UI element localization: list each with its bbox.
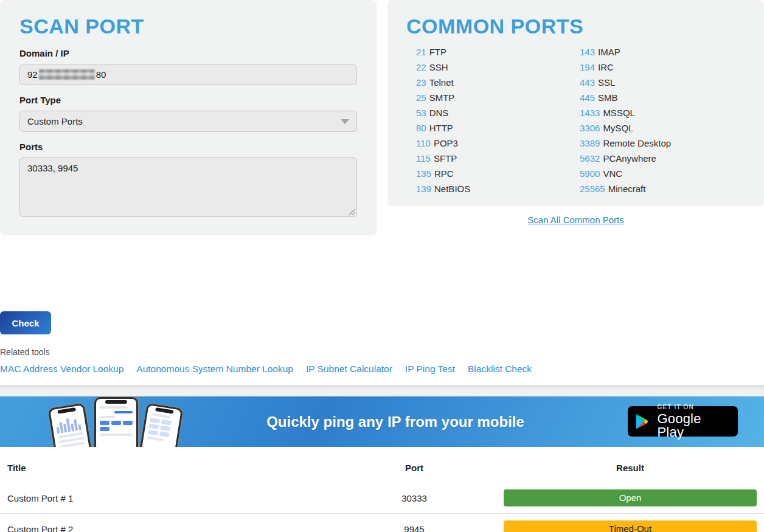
port-number: 80	[416, 123, 426, 133]
port-number: 3389	[580, 138, 600, 148]
port-type-selected-value: Custom Ports	[27, 116, 83, 126]
related-tool-link-autonomous-system-number-lookup[interactable]: Autonomous System Number Lookup	[136, 364, 293, 375]
port-service-name: FTP	[429, 47, 446, 57]
google-play-label: Google Play	[657, 412, 730, 439]
port-number: 110	[416, 138, 431, 148]
common-port-item: 5900VNC	[580, 166, 743, 181]
status-badge: Timed-Out	[504, 520, 757, 532]
port-service-name: Minecraft	[608, 184, 646, 194]
ports-label: Ports	[19, 142, 357, 152]
port-number: 443	[580, 77, 595, 88]
result-port: 30333	[389, 483, 439, 514]
common-port-item: 53DNS	[416, 105, 580, 120]
port-number: 25565	[580, 184, 605, 194]
port-service-name: DNS	[429, 108, 449, 118]
related-tool-link-ip-subnet-calculator[interactable]: IP Subnet Calculator	[306, 364, 392, 375]
common-ports-column-2: 143IMAP194IRC443SSL445SMB1433MSSQL3306My…	[580, 44, 743, 196]
port-number: 5632	[580, 153, 600, 164]
port-number: 139	[416, 184, 431, 194]
common-port-item: 139NetBIOS	[416, 181, 580, 196]
port-service-name: PCAnywhere	[603, 153, 656, 164]
port-number: 194	[580, 62, 595, 72]
result-cell: Timed-Out	[439, 514, 764, 532]
domain-ip-value-suffix: 80	[96, 69, 106, 80]
port-service-name: SMB	[598, 92, 618, 103]
result-title: Custom Port # 1	[0, 483, 389, 514]
banner-headline: Quickly ping any IP from your mobile	[266, 413, 524, 430]
common-port-item: 25565Minecraft	[580, 181, 743, 196]
result-row: Custom Port # 130333Open	[0, 483, 764, 514]
common-port-item: 22SSH	[416, 60, 580, 75]
get-it-on-label: GET IT ON	[657, 404, 730, 410]
common-ports-grid: 21FTP22SSH23Telnet25SMTP53DNS80HTTP110PO…	[406, 44, 745, 196]
related-tool-link-ip-ping-test[interactable]: IP Ping Test	[405, 364, 455, 375]
common-port-item: 5632PCAnywhere	[580, 151, 743, 166]
port-service-name: VNC	[603, 168, 622, 179]
common-port-item: 23Telnet	[416, 75, 580, 90]
phone-left-image	[48, 403, 92, 447]
results-header-row: Title Port Result	[0, 447, 764, 483]
common-ports-column-1: 21FTP22SSH23Telnet25SMTP53DNS80HTTP110PO…	[416, 44, 580, 196]
common-port-item: 21FTP	[416, 44, 580, 60]
domain-ip-value-prefix: 92	[27, 69, 38, 80]
chevron-down-icon	[341, 119, 349, 124]
port-service-name: IRC	[598, 62, 614, 72]
ports-value: 30333, 9945	[27, 163, 78, 173]
port-number: 53	[416, 108, 426, 118]
ports-textarea[interactable]: 30333, 9945	[19, 157, 357, 217]
port-type-label: Port Type	[19, 95, 357, 105]
result-row: Custom Port # 29945Timed-Out	[0, 514, 764, 532]
common-port-item: 3389Remote Desktop	[580, 136, 743, 151]
port-service-name: MySQL	[603, 123, 633, 133]
port-number: 135	[416, 168, 431, 179]
result-cell: Open	[439, 483, 764, 514]
common-port-item: 135RPC	[416, 166, 580, 181]
phone-right-image	[139, 403, 183, 447]
check-button[interactable]: Check	[0, 311, 51, 334]
redacted-ip-segment	[39, 69, 95, 80]
port-number: 25	[416, 92, 426, 103]
port-service-name: SMTP	[429, 92, 455, 103]
related-tools-heading: Related tools	[0, 347, 764, 357]
port-number: 143	[580, 47, 595, 57]
port-service-name: Remote Desktop	[603, 138, 671, 148]
resize-handle-icon[interactable]	[348, 208, 355, 215]
phone-middle-image	[94, 397, 138, 447]
section-divider	[0, 385, 764, 396]
port-number: 3306	[580, 123, 600, 133]
common-port-item: 80HTTP	[416, 120, 580, 136]
scan-port-card: SCAN PORT Domain / IP 9280 Port Type Cus…	[0, 0, 377, 235]
common-ports-card: COMMON PORTS 21FTP22SSH23Telnet25SMTP53D…	[387, 0, 764, 206]
common-port-item: 115SFTP	[416, 151, 580, 166]
port-number: 5900	[580, 168, 600, 179]
result-title: Custom Port # 2	[0, 514, 389, 532]
port-number: 21	[416, 47, 426, 57]
google-play-badge-text: GET IT ON Google Play	[657, 404, 730, 439]
mobile-app-banner: Quickly ping any IP from your mobile GET…	[0, 396, 764, 447]
port-service-name: SSL	[598, 77, 615, 88]
port-number: 22	[416, 62, 426, 72]
result-port: 9945	[389, 514, 439, 532]
common-ports-title: COMMON PORTS	[406, 15, 745, 38]
port-type-select[interactable]: Custom Ports	[19, 111, 357, 132]
domain-ip-input[interactable]: 9280	[19, 64, 357, 85]
related-tool-link-mac-address-vendor-lookup[interactable]: MAC Address Vendor Lookup	[0, 364, 123, 375]
common-port-item: 110POP3	[416, 136, 580, 151]
port-service-name: RPC	[434, 168, 454, 179]
related-tool-link-blacklist-check[interactable]: Blacklist Check	[468, 364, 532, 375]
port-service-name: HTTP	[429, 123, 453, 133]
port-service-name: MSSQL	[603, 108, 635, 118]
scan-port-title: SCAN PORT	[19, 15, 357, 38]
port-service-name: NetBIOS	[434, 184, 470, 194]
common-port-item: 1433MSSQL	[580, 105, 743, 120]
port-number: 115	[416, 153, 431, 164]
common-port-item: 443SSL	[580, 75, 743, 90]
port-number: 445	[580, 92, 595, 103]
common-port-item: 445SMB	[580, 90, 743, 105]
related-tools-links: MAC Address Vendor LookupAutonomous Syst…	[0, 364, 764, 375]
scan-all-common-ports-link[interactable]: Scan All Common Ports	[387, 215, 764, 225]
port-service-name: IMAP	[598, 47, 620, 57]
google-play-badge[interactable]: GET IT ON Google Play	[628, 406, 738, 437]
page: SCAN PORT Domain / IP 9280 Port Type Cus…	[0, 0, 764, 375]
common-port-item: 25SMTP	[416, 90, 580, 105]
